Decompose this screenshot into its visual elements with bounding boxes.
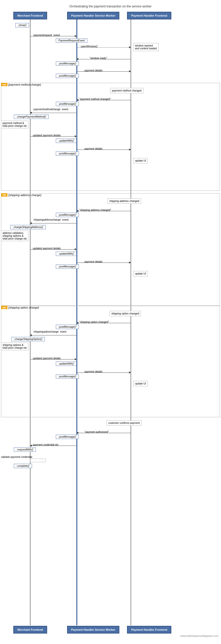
post-message-9: `.postMessage()` xyxy=(56,435,79,439)
note-update-ui-2: update UI xyxy=(133,271,148,276)
sequence-area: `.show()` `paymentrequest` event `Paymen… xyxy=(0,19,221,625)
note-shipping-options: shipping options &total price change etc xyxy=(1,343,28,350)
diagram-title: Orchestrating the payment transaction on… xyxy=(0,3,221,12)
update-with-2: `.updateWith()` xyxy=(56,252,77,256)
post-message-1: `.postMessage()` xyxy=(56,61,79,66)
post-message-4: `.postMessage()` xyxy=(56,151,79,156)
note-update-ui-1: update UI xyxy=(133,158,148,163)
note-validate-credential: validate payment credential xyxy=(1,456,32,458)
opt-tag-3: opt xyxy=(1,306,7,309)
msg-payment-details-opt1: payment details xyxy=(77,148,131,152)
opt-desc-1: [payment method change] xyxy=(8,83,41,86)
opt-shipping-option-label: opt [shipping option change] xyxy=(1,306,39,309)
opt-tag-2: opt xyxy=(1,193,7,197)
msg-payment-method-changed: "payment method changed" xyxy=(77,98,131,102)
msg-paymentrequest: `paymentrequest` event xyxy=(30,34,76,38)
post-message-2: `.postMessage()` xyxy=(56,74,79,78)
complete-method: `.complete()` xyxy=(14,464,32,468)
note-payment-method-changed: payment method changed xyxy=(110,88,143,93)
return-box xyxy=(30,459,46,462)
actor-sw-header: Payment Handler Service Worker xyxy=(67,12,120,19)
change-payment-method: `.changePaymentMethod()` xyxy=(14,115,49,119)
actors-footer: Merchant Frontend Payment Handler Servic… xyxy=(0,626,221,634)
msg-updated-details-3: updated payment details xyxy=(30,357,76,361)
msg-updated-details-1: updated payment details xyxy=(30,134,76,139)
opt-desc-3: [shipping option change] xyxy=(8,306,39,309)
actor-frontend-footer: Payment Handler Frontend xyxy=(127,626,171,634)
note-update-ui-3: update UI xyxy=(133,381,148,386)
msg-updated-details-2: updated payment details xyxy=(30,247,76,252)
msg-openwindow: `.openWindow()` xyxy=(77,46,131,50)
change-shipping-option: `.changeShippingOption()` xyxy=(11,337,45,341)
actor-merchant-footer: Merchant Frontend xyxy=(13,626,47,634)
diagram-container: Orchestrating the payment transaction on… xyxy=(0,0,221,644)
opt-shipping-address-label: opt [shipping address change] xyxy=(1,193,41,197)
note-window-opened: window openedand content loaded xyxy=(133,43,159,51)
msg-payment-credential: payment credential etc xyxy=(30,444,76,448)
opt-payment-method-label: opt [payment method change] xyxy=(1,83,41,86)
change-shipping-address: `.changeShippingAddress()` xyxy=(10,225,46,229)
update-with-3: `.updateWith()` xyxy=(56,361,77,366)
update-with-1: `.updateWith()` xyxy=(56,139,77,143)
post-message-8: `.postMessage()` xyxy=(56,374,79,379)
opt-tag-1: opt xyxy=(1,83,7,86)
note-shipping-option-changed: shipping option changed xyxy=(110,311,141,316)
msg-shipping-option-changed: "shipping option changed" xyxy=(77,321,131,325)
msg-window-ready: "window ready" xyxy=(77,57,131,61)
msg-payment-details-opt2: payment details xyxy=(77,261,131,265)
actor-merchant-header: Merchant Frontend xyxy=(13,12,47,19)
post-message-6: `.postMessage()` xyxy=(56,264,79,269)
actor-sw-footer: Payment Handler Service Worker xyxy=(67,626,120,634)
note-shipping-address-changed: shipping address changed xyxy=(108,198,141,204)
opt-desc-2: [shipping address change] xyxy=(8,194,41,197)
msg-payment-details-opt3: payment details xyxy=(77,371,131,375)
respond-with: `.respondWith()` xyxy=(14,447,36,452)
note-address-validation: address validation,shipping options &tot… xyxy=(1,231,28,241)
actors-header: Merchant Frontend Payment Handler Servic… xyxy=(0,12,221,19)
msg-payment-authorized: "payment authorized" xyxy=(77,431,131,435)
note-customer-confirms: customer confirms payment xyxy=(107,420,142,426)
payment-request-event-box: `PaymentRequestEvent` xyxy=(56,38,87,43)
msg-shipping-address-changed: "shipping address changed" xyxy=(77,209,131,213)
note-payment-method-total: payment method &total price change etc xyxy=(1,121,28,128)
msg-payment-details-1: payment details xyxy=(77,70,131,74)
post-message-5: `.postMessage()` xyxy=(56,213,79,217)
footer-credit: www.websequencediagrams.com xyxy=(0,634,221,638)
post-message-3: `.postMessage()` xyxy=(56,102,79,106)
show-method: `.show()` xyxy=(15,23,29,27)
actor-frontend-header: Payment Handler Frontend xyxy=(127,12,171,19)
post-message-7: `.postMessage()` xyxy=(56,325,79,329)
